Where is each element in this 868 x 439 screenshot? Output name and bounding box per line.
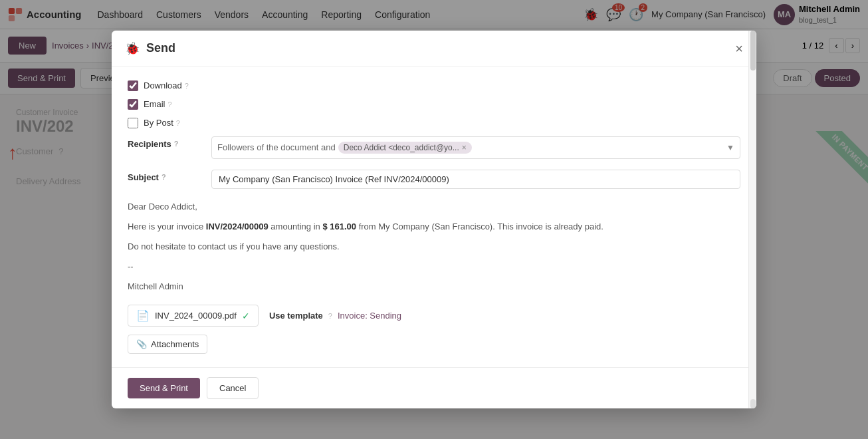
recipients-dropdown-arrow[interactable]: ▼ (726, 143, 734, 152)
email-checkbox[interactable] (128, 99, 138, 110)
modal-send-print-button[interactable]: Send & Print (128, 378, 200, 398)
modal-scrollbar-bottom (750, 399, 756, 408)
use-template-row: Use template ? Invoice: Sending (269, 311, 401, 321)
email-line2: Do not hesitate to contact us if you hav… (128, 239, 740, 254)
recipients-input[interactable] (475, 142, 586, 152)
modal-title: Send (146, 41, 175, 55)
recipients-prefix: Followers of the document and (217, 142, 336, 152)
subject-row: Subject ? (128, 170, 740, 189)
paperclip-icon: 📎 (136, 339, 147, 349)
attachment-filename: INV_2024_00009.pdf (155, 311, 237, 321)
recipients-help-icon: ? (174, 140, 179, 148)
email-label[interactable]: Email ? (144, 99, 172, 109)
by-post-checkbox[interactable] (128, 118, 138, 128)
email-body: Dear Deco Addict, Here is your invoice I… (128, 200, 740, 294)
download-checkbox[interactable] (128, 80, 138, 91)
email-line1: Here is your invoice INV/2024/00009 amou… (128, 220, 740, 234)
attachment-row: 📄 INV_2024_00009.pdf ✓ Use template ? In… (128, 305, 740, 327)
pdf-icon: 📄 (136, 309, 150, 322)
modal-header: 🐞 Send × (112, 31, 756, 67)
modal-cancel-button[interactable]: Cancel (207, 377, 259, 399)
use-template-value: Invoice: Sending (338, 311, 401, 321)
email-help-icon: ? (168, 100, 172, 108)
attachments-button[interactable]: 📎 Attachments (128, 335, 207, 354)
by-post-label[interactable]: By Post ? (144, 118, 180, 128)
attachment-file: 📄 INV_2024_00009.pdf ✓ (128, 305, 259, 327)
download-label[interactable]: Download ? (144, 80, 189, 90)
template-help-icon: ? (328, 312, 332, 320)
email-checkbox-row: Email ? (128, 99, 740, 110)
attachment-check-icon: ✓ (242, 311, 250, 321)
subject-field-container (211, 170, 740, 189)
modal-overlay[interactable]: 🐞 Send × Download ? Email ? (0, 0, 868, 439)
download-help-icon: ? (185, 82, 189, 90)
by-post-help-icon: ? (176, 119, 180, 127)
subject-label: Subject ? (128, 170, 201, 182)
recipient-tag: Deco Addict <deco_addict@yo... × (338, 142, 472, 154)
recipient-tag-close[interactable]: × (462, 143, 467, 152)
email-amount: $ 161.00 (322, 221, 356, 231)
modal-scrollbar-track[interactable] (748, 31, 756, 408)
recipients-field-container: Followers of the document and Deco Addic… (211, 136, 740, 159)
download-checkbox-row: Download ? (128, 80, 740, 91)
attachments-button-row: 📎 Attachments (128, 335, 740, 354)
modal-scrollbar-thumb (750, 31, 756, 71)
email-sig-name: Mitchell Admin (128, 279, 740, 294)
modal-body: Download ? Email ? By Post ? (112, 67, 756, 367)
modal-close-button[interactable]: × (735, 42, 743, 55)
subject-input[interactable] (211, 170, 740, 189)
send-dialog: 🐞 Send × Download ? Email ? (112, 31, 756, 408)
email-greeting: Dear Deco Addict, (128, 200, 740, 214)
recipients-field[interactable]: Followers of the document and Deco Addic… (211, 136, 740, 159)
recipient-tag-text: Deco Addict <deco_addict@yo... (344, 143, 459, 152)
subject-help-icon: ? (162, 173, 166, 181)
email-inv-ref: INV/2024/00009 (206, 221, 269, 231)
recipients-label: Recipients ? (128, 136, 201, 149)
recipients-row: Recipients ? Followers of the document a… (128, 136, 740, 159)
email-sig-sep: -- (128, 259, 740, 274)
modal-footer: Send & Print Cancel (112, 367, 756, 408)
use-template-label: Use template (269, 311, 323, 321)
by-post-checkbox-row: By Post ? (128, 118, 740, 128)
